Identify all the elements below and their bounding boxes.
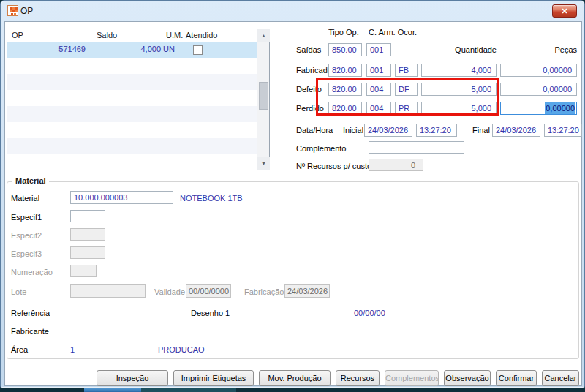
lote-field <box>70 284 146 298</box>
column-header-um[interactable]: U.M. <box>166 31 183 39</box>
op-row-selected[interactable]: 571469 4,000 UN <box>7 42 257 58</box>
inspecao-button[interactable]: Inspeção <box>97 370 168 386</box>
op-grid-scrollbar[interactable]: ▲ ▼ <box>257 29 269 170</box>
close-button[interactable]: ✕ <box>552 4 577 18</box>
op-cell-op: 571469 <box>23 45 86 53</box>
label-validade: Validade <box>154 287 185 296</box>
recursos-button[interactable]: Recursos <box>336 370 380 386</box>
label-complemento: Complemento <box>296 144 346 153</box>
perdido-carm-field[interactable]: 004 <box>366 102 391 115</box>
validade-field: 00/00/0000 <box>186 284 231 298</box>
selected-text: 0,00000 <box>545 102 575 114</box>
final-time-field[interactable]: 13:27:20 <box>544 124 582 137</box>
label-area: Área <box>11 345 28 354</box>
column-header-op[interactable]: OP <box>12 31 23 39</box>
app-icon <box>7 5 18 16</box>
inicial-date-field[interactable]: 24/03/2026 <box>364 124 412 137</box>
especif1-field[interactable] <box>70 210 105 222</box>
label-saidas: Saídas <box>296 45 321 54</box>
op-cell-saldo: 4,000 <box>97 45 161 53</box>
cancelar-button[interactable]: Cancelar <box>542 370 579 386</box>
op-grid-header: OP Saldo U.M. Atendido <box>7 29 257 42</box>
numeracao-field <box>70 265 97 277</box>
fabricado-quantidade-field[interactable]: 4,000 <box>421 64 497 77</box>
label-especif2: Especif2 <box>11 231 42 240</box>
scroll-up-icon[interactable]: ▲ <box>257 29 270 42</box>
empty-row-stripe <box>7 74 257 90</box>
referencia-date: 00/00/00 <box>354 309 385 317</box>
label-fabricacao: Fabricação <box>244 287 284 296</box>
mov-producao-button[interactable]: Mov. Produção <box>259 370 331 386</box>
column-header-atendido[interactable]: Atendido <box>186 31 217 39</box>
label-desenho: Desenho 1 <box>191 309 230 317</box>
saidas-carm-field[interactable]: 001 <box>366 43 391 56</box>
empty-row-stripe <box>7 138 257 154</box>
label-especif1: Especif1 <box>11 213 42 222</box>
label-inicial: Inicial <box>343 126 363 135</box>
fabricado-pecas-field[interactable]: 0,00000 <box>500 64 577 77</box>
header-pecas: Peças <box>500 45 577 54</box>
button-bar: Inspeção Imprimir Etiquetas Mov. Produçã… <box>97 370 579 386</box>
title-bar[interactable]: OP ✕ <box>1 1 584 21</box>
recursos-custos-field: 0 <box>369 159 423 171</box>
label-numeracao: Numeração <box>11 268 53 276</box>
observacao-button[interactable]: Observação <box>444 370 491 386</box>
scrollbar-thumb[interactable] <box>259 82 268 110</box>
material-description: NOTEBOOK 1TB <box>180 194 243 203</box>
label-material: Material <box>11 194 39 203</box>
label-defeito: Defeito <box>296 85 322 94</box>
defeito-ocor-field[interactable]: DF <box>395 83 418 96</box>
label-referencia: Referência <box>11 309 50 317</box>
header-carm-ocor: C. Arm. Ocor. <box>369 28 417 37</box>
defeito-tipo-field[interactable]: 820.00 <box>328 83 362 96</box>
empty-row-stripe <box>7 106 257 122</box>
saidas-tipo-field[interactable]: 850.00 <box>328 43 362 56</box>
perdido-quantidade-field[interactable]: 5,000 <box>421 102 497 115</box>
especif2-field <box>70 228 105 241</box>
confirmar-button[interactable]: Confirmar <box>496 370 537 386</box>
perdido-tipo-field[interactable]: 820.00 <box>328 102 362 115</box>
label-data-hora: Data/Hora <box>296 126 333 135</box>
label-especif3: Especif3 <box>11 249 42 258</box>
op-grid[interactable]: OP Saldo U.M. Atendido 571469 4,000 UN ▲… <box>7 29 270 170</box>
column-header-saldo[interactable]: Saldo <box>97 31 117 39</box>
material-group-label: Material <box>12 176 49 185</box>
fabricado-ocor-field[interactable]: FB <box>395 64 418 77</box>
area-description: PRODUCAO <box>158 345 205 354</box>
label-recursos-custos: Nº Recursos p/ custos <box>296 162 376 170</box>
scroll-down-icon[interactable]: ▼ <box>257 157 270 170</box>
defeito-carm-field[interactable]: 004 <box>366 83 391 96</box>
inicial-time-field[interactable]: 13:27:20 <box>416 124 457 137</box>
perdido-ocor-field[interactable]: PR <box>395 102 418 115</box>
label-fabricado: Fabricado <box>296 66 332 75</box>
defeito-pecas-field[interactable]: 0,00000 <box>500 83 577 96</box>
window-title: OP <box>20 6 33 16</box>
material-code-field[interactable]: 10.000.000003 <box>70 191 173 204</box>
op-dialog: OP ✕ OP Saldo U.M. Atendido 571469 4,000… <box>0 0 585 388</box>
label-final: Final <box>472 126 490 135</box>
complemento-field[interactable] <box>369 141 464 154</box>
header-tipo-op: Tipo Op. <box>328 28 359 37</box>
header-quantidade: Quantidade <box>418 45 497 54</box>
atendido-checkbox[interactable] <box>193 45 203 55</box>
fabricado-tipo-field[interactable]: 820.00 <box>328 64 362 77</box>
imprimir-etiquetas-button[interactable]: Imprimir Etiquetas <box>173 370 254 386</box>
op-cell-um: UN <box>163 45 175 53</box>
defeito-quantidade-field[interactable]: 5,000 <box>421 83 497 96</box>
complementos-button: Complementos <box>385 370 439 386</box>
area-code: 1 <box>70 345 75 354</box>
label-fabricante: Fabricante <box>11 327 49 336</box>
fabricado-carm-field[interactable]: 001 <box>366 64 391 77</box>
fabricacao-field: 24/03/2026 <box>284 284 330 298</box>
especif3-field <box>70 246 105 259</box>
perdido-pecas-field-focused[interactable]: 0,00000 <box>500 102 577 115</box>
final-date-field[interactable]: 24/03/2026 <box>492 124 540 137</box>
label-perdido: Perdido <box>296 104 324 113</box>
label-lote: Lote <box>11 287 26 296</box>
